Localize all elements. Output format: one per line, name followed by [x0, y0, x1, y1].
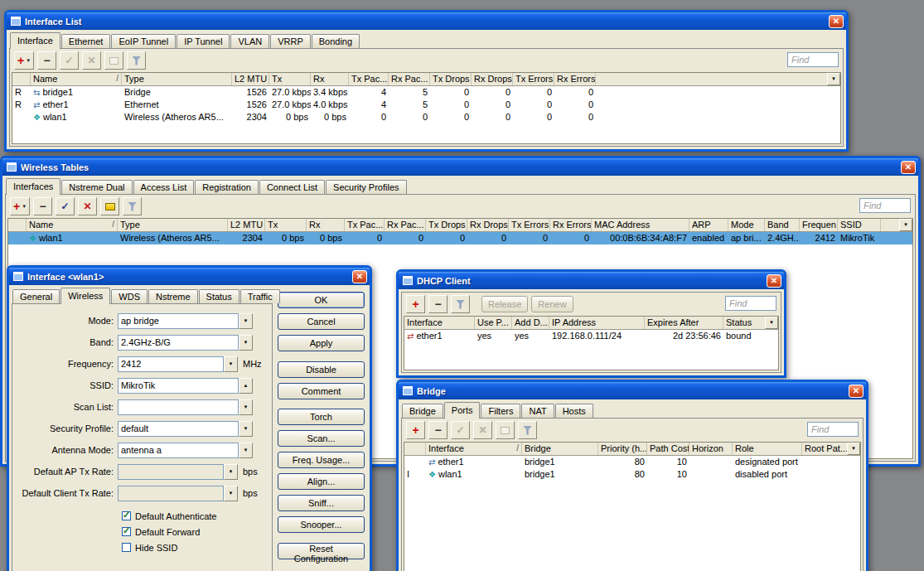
tab-ip-tunnel[interactable]: IP Tunnel — [177, 34, 230, 48]
table-row-selected[interactable]: ❖wlan1 Wireless (Atheros AR5... 2304 0 b… — [8, 232, 912, 244]
ssid-collapse-button[interactable]: ▲ — [239, 378, 253, 394]
sniff-button[interactable]: Sniff... — [278, 495, 365, 511]
tab-hosts[interactable]: Hosts — [555, 404, 593, 418]
remove-button[interactable]: − — [428, 421, 447, 439]
col-status[interactable]: Status — [723, 317, 769, 329]
tab-security-profiles[interactable]: Security Profiles — [326, 180, 406, 194]
col-name[interactable]: Name/ — [27, 219, 118, 231]
mode-input[interactable] — [118, 313, 239, 329]
col-rx-packet[interactable]: Rx Pac... — [385, 219, 426, 231]
add-button[interactable]: + — [406, 295, 425, 313]
remove-button[interactable]: − — [37, 51, 56, 70]
bridge-titlebar[interactable]: Bridge ✕ — [399, 382, 866, 399]
table-row[interactable]: ❖wlan1 Wireless (Atheros AR5... 2304 0 b… — [12, 111, 840, 123]
tab-wireless[interactable]: Wireless — [60, 288, 110, 304]
enable-button[interactable]: ✓ — [56, 197, 75, 215]
col-root-path[interactable]: Root Pat... — [802, 443, 849, 455]
col-tx[interactable]: Tx — [269, 73, 311, 85]
reset-button[interactable] — [100, 197, 119, 215]
default-forward-checkbox[interactable] — [122, 527, 131, 536]
security-profile-dropdown-button[interactable]: ▼ — [239, 421, 253, 437]
column-select-button[interactable]: ▼ — [765, 317, 778, 329]
tab-eoip-tunnel[interactable]: EoIP Tunnel — [111, 34, 176, 48]
col-add-default[interactable]: Add D... — [512, 317, 549, 329]
col-ssid[interactable]: SSID — [838, 219, 881, 231]
col-band[interactable]: Band — [765, 219, 800, 231]
align-button[interactable]: Align... — [278, 473, 365, 490]
table-row[interactable]: I ❖wlan1 bridge1 80 10 disabled port — [404, 468, 860, 481]
disable-button[interactable]: ✕ — [78, 197, 97, 215]
col-flags[interactable] — [12, 73, 31, 85]
col-use-peer[interactable]: Use P... — [475, 317, 512, 329]
col-flags[interactable] — [404, 443, 426, 455]
filter-button[interactable] — [127, 51, 146, 70]
tab-registration[interactable]: Registration — [195, 180, 259, 194]
col-rx[interactable]: Rx — [311, 73, 349, 85]
col-tx[interactable]: Tx — [265, 219, 307, 231]
col-frequency[interactable]: Frequen... — [800, 219, 838, 231]
col-l2mtu[interactable]: L2 MTU — [228, 219, 265, 231]
find-input[interactable] — [807, 422, 859, 437]
col-bridge[interactable]: Bridge — [522, 443, 598, 455]
reset-configuration-button[interactable]: Reset Configuration — [278, 543, 365, 559]
tab-interfaces[interactable]: Interfaces — [6, 178, 60, 195]
tab-bridge[interactable]: Bridge — [402, 404, 443, 418]
col-role[interactable]: Role — [733, 443, 802, 455]
security-profile-input[interactable] — [118, 421, 239, 437]
col-rx-drops[interactable]: Rx Drops — [472, 73, 513, 85]
table-row[interactable]: ⇄ether1 yes yes 192.168.0.111/24 2d 23:5… — [404, 330, 778, 342]
comment-button[interactable]: Comment — [278, 383, 365, 399]
dhcp-client-titlebar[interactable]: DHCP Client ✕ — [399, 272, 784, 289]
col-name[interactable]: Name/ — [31, 73, 122, 85]
wireless-tables-titlebar[interactable]: Wireless Tables ✕ — [2, 158, 918, 176]
ok-button[interactable]: OK — [278, 292, 365, 308]
band-dropdown-button[interactable]: ▼ — [239, 335, 253, 351]
col-rx-drops[interactable]: Rx Drops — [467, 219, 509, 231]
col-l2mtu[interactable]: L2 MTU — [232, 73, 269, 85]
col-mode[interactable]: Mode — [728, 219, 765, 231]
tab-general[interactable]: General — [12, 289, 60, 303]
filter-button[interactable] — [451, 295, 470, 313]
find-input[interactable] — [787, 52, 839, 67]
interface-wlan1-titlebar[interactable]: Interface <wlan1> ✕ — [9, 268, 370, 285]
remove-button[interactable]: − — [428, 295, 447, 313]
col-tx-errors[interactable]: Tx Errors — [513, 73, 554, 85]
column-select-button[interactable]: ▼ — [827, 73, 840, 85]
col-tx-drops[interactable]: Tx Drops — [430, 73, 472, 85]
col-interface[interactable]: Interface/ — [426, 443, 522, 455]
tab-nat[interactable]: NAT — [521, 404, 554, 418]
col-rx-errors[interactable]: Rx Errors — [554, 73, 596, 85]
table-row[interactable]: ⇄ether1 bridge1 80 10 designated port — [404, 456, 860, 468]
col-tx-packet[interactable]: Tx Pac... — [345, 219, 385, 231]
col-flags[interactable] — [8, 219, 27, 231]
col-type[interactable]: Type — [118, 219, 228, 231]
hide-ssid-checkbox[interactable] — [122, 543, 131, 552]
frequency-input[interactable] — [118, 356, 224, 372]
cancel-button[interactable]: Cancel — [278, 313, 365, 330]
filter-button[interactable] — [518, 421, 537, 439]
tab-vrrp[interactable]: VRRP — [270, 34, 311, 48]
col-type[interactable]: Type — [122, 73, 232, 85]
col-tx-packet[interactable]: Tx Pac... — [349, 73, 389, 85]
tab-traffic[interactable]: Traffic — [240, 289, 280, 303]
find-input[interactable] — [859, 198, 911, 213]
col-tx-errors[interactable]: Tx Errors — [509, 219, 550, 231]
col-rx-packet[interactable]: Rx Pac... — [389, 73, 430, 85]
scan-list-input[interactable] — [118, 399, 239, 415]
table-row[interactable]: R ⇄ether1 Ethernet 1526 27.0 kbps 4.0 kb… — [12, 99, 840, 111]
col-rx[interactable]: Rx — [307, 219, 345, 231]
tab-filters[interactable]: Filters — [481, 404, 520, 418]
close-icon[interactable]: ✕ — [352, 270, 367, 283]
col-ip-address[interactable]: IP Address — [549, 317, 645, 329]
tab-ports[interactable]: Ports — [444, 402, 481, 419]
scan-list-dropdown-button[interactable]: ▼ — [239, 399, 253, 415]
snooper-button[interactable]: Snooper... — [278, 516, 365, 533]
add-button[interactable]: +▼ — [10, 197, 30, 215]
find-input[interactable] — [725, 296, 776, 311]
column-select-button[interactable]: ▼ — [847, 443, 860, 455]
antenna-mode-input[interactable] — [118, 443, 239, 458]
add-button[interactable]: + — [406, 421, 425, 439]
filter-button[interactable] — [123, 197, 142, 215]
table-row[interactable]: R ⇆bridge1 Bridge 1526 27.0 kbps 3.4 kbp… — [12, 86, 840, 99]
mode-dropdown-button[interactable]: ▼ — [239, 313, 253, 329]
